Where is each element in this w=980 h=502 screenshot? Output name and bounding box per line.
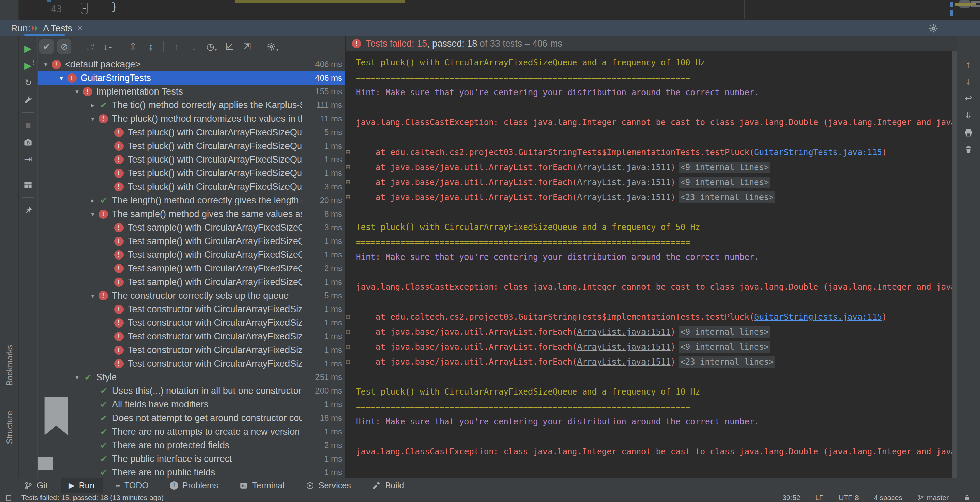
stack-trace-link[interactable]: ArrayList.java:1511 — [577, 327, 671, 337]
panel-settings-gear-icon[interactable] — [928, 23, 939, 33]
scroll-to-end-button[interactable]: ⇩ — [961, 108, 975, 122]
clear-console-button[interactable] — [961, 142, 975, 156]
test-tree-row[interactable]: !Test pluck() with CircularArrayFixedSiz… — [38, 166, 345, 180]
test-tree-row[interactable]: !Test constructor with CircularArrayFixe… — [38, 330, 345, 343]
test-tree-row[interactable]: ✔The public interface is correct1 ms — [38, 452, 345, 465]
test-tree-row[interactable]: ✔Does not attempt to get around construc… — [38, 411, 345, 425]
test-tree-row[interactable]: ✔All fields have modifiers1 ms — [38, 397, 345, 411]
stack-trace-link[interactable]: GuitarStringTests.java:115 — [754, 312, 882, 322]
stop-button[interactable]: ■ — [21, 118, 35, 132]
test-options-gear-button[interactable]: ▾ — [266, 40, 280, 54]
internal-lines-badge[interactable]: <23 internal lines> — [679, 356, 775, 368]
rerun-tests-button[interactable]: ▶ — [21, 41, 35, 56]
export-test-results-button[interactable]: ⇱ — [240, 40, 254, 54]
caret-position-widget[interactable]: 39:52 — [782, 494, 800, 502]
test-tree-row[interactable]: ✔There are no public fields1 ms — [38, 465, 345, 478]
expand-all-button[interactable]: ⇳ — [126, 40, 140, 54]
todo-toolwindow-button[interactable]: ≡TODO — [108, 478, 157, 493]
test-tree-row[interactable]: !Test pluck() with CircularArrayFixedSiz… — [38, 139, 345, 153]
test-runner-settings-button[interactable] — [21, 92, 35, 107]
stack-trace-link[interactable]: ArrayList.java:1511 — [577, 192, 671, 202]
hide-panel-button[interactable]: — — [950, 23, 960, 33]
git-toolwindow-button[interactable]: Git — [16, 478, 56, 493]
test-tree-row[interactable]: ▸✔The length() method correctly gives th… — [38, 194, 345, 207]
test-tree-row[interactable]: ▾!The constructor correctly sets up the … — [38, 289, 345, 302]
previous-failed-test-button[interactable]: ↑ — [169, 40, 183, 54]
test-tree-row[interactable]: ▸✔The tic() method correctly applies the… — [38, 98, 345, 112]
test-tree-row[interactable]: ▾!The sample() method gives the same val… — [38, 207, 345, 221]
attach-process-button[interactable]: ⇥ — [21, 152, 35, 166]
test-tree-row[interactable]: !Test sample() with CircularArrayFixedSi… — [38, 262, 345, 275]
tree-expand-toggle[interactable]: ▾ — [55, 74, 67, 82]
test-tree-row[interactable]: !Test sample() with CircularArrayFixedSi… — [38, 221, 345, 234]
fold-icon[interactable]: ⊞ — [346, 327, 350, 336]
tree-expand-toggle[interactable]: ▾ — [86, 210, 99, 218]
bookmarks-stripe-button[interactable]: Bookmarks — [5, 345, 14, 399]
soft-wrap-button[interactable]: ↩ — [961, 91, 975, 105]
error-stripe-tick[interactable] — [950, 10, 953, 16]
fold-icon[interactable]: ⊞ — [346, 312, 350, 321]
tree-expand-toggle[interactable]: ▾ — [86, 115, 99, 123]
test-tree-row[interactable]: !Test sample() with CircularArrayFixedSi… — [38, 275, 345, 289]
next-occurrence-button[interactable]: ↓ — [961, 74, 975, 89]
rerun-failed-tests-button[interactable]: ▶! — [21, 59, 35, 73]
fold-icon[interactable]: ⊞ — [346, 178, 350, 186]
internal-lines-badge[interactable]: <23 internal lines> — [679, 191, 775, 203]
dump-threads-button[interactable] — [21, 135, 35, 149]
test-tree-row[interactable]: ▾!GuitarStringTests406 ms — [38, 71, 345, 85]
build-toolwindow-button[interactable]: Build — [364, 478, 412, 493]
structure-stripe-button[interactable]: Structure — [5, 411, 14, 458]
test-tree-row[interactable]: !Test pluck() with CircularArrayFixedSiz… — [38, 153, 345, 166]
fold-icon[interactable]: ⊞ — [346, 148, 350, 156]
prev-occurrence-button[interactable]: ↑ — [961, 57, 975, 71]
test-tree[interactable]: ▾!<default package>406 ms▾!GuitarStringT… — [38, 57, 345, 478]
show-passed-toggle[interactable]: ✔ — [40, 40, 54, 54]
window-icon[interactable] — [5, 494, 13, 501]
test-tree-row[interactable]: !Test pluck() with CircularArrayFixedSiz… — [38, 180, 345, 194]
git-branch-widget[interactable]: master — [917, 494, 949, 502]
line-separator-widget[interactable]: LF — [815, 494, 824, 502]
console-scrollbar[interactable] — [953, 51, 957, 478]
tree-expand-toggle[interactable]: ▾ — [71, 373, 83, 381]
internal-lines-badge[interactable]: <9 internal lines> — [679, 326, 770, 338]
test-tree-row[interactable]: !Test sample() with CircularArrayFixedSi… — [38, 234, 345, 248]
test-tree-row[interactable]: !Test pluck() with CircularArrayFixedSiz… — [38, 126, 345, 139]
next-failed-test-button[interactable]: ↓ — [187, 40, 201, 54]
test-tree-row[interactable]: ✔There are no attempts to create a new v… — [38, 425, 345, 438]
fold-marker-icon[interactable]: − — [81, 3, 88, 14]
sort-alphabetically-button[interactable]: ↓az — [83, 40, 97, 54]
test-tree-row[interactable]: ▾✔Style251 ms — [38, 370, 345, 384]
pin-tab-button[interactable] — [21, 203, 35, 217]
toggle-auto-test-button[interactable]: ↻ — [21, 76, 35, 90]
tree-expand-toggle[interactable]: ▸ — [86, 197, 99, 204]
sort-by-duration-button[interactable]: ↓≡ — [100, 40, 115, 54]
test-tree-row[interactable]: ▾!<default package>406 ms — [38, 57, 345, 71]
stack-trace-link[interactable]: GuitarStringTests.java:115 — [754, 148, 882, 157]
stack-trace-link[interactable]: ArrayList.java:1511 — [577, 162, 671, 172]
run-toolwindow-button[interactable]: ▶Run — [60, 478, 103, 493]
fold-icon[interactable]: ⊞ — [346, 192, 350, 201]
test-tree-row[interactable]: !Test constructor with CircularArrayFixe… — [38, 316, 345, 330]
readonly-lock-widget[interactable] — [964, 494, 970, 501]
services-toolwindow-button[interactable]: Services — [298, 478, 360, 493]
test-console[interactable]: !Tests failed: 15, passed: 18 of 33 test… — [345, 36, 957, 478]
tree-expand-toggle[interactable]: ▸ — [86, 102, 99, 109]
test-tree-row[interactable]: !Test constructor with CircularArrayFixe… — [38, 302, 345, 316]
editor-strip[interactable]: 43 − } — [19, 0, 980, 21]
fold-icon[interactable]: ⊞ — [346, 162, 350, 172]
close-tab-icon[interactable]: × — [77, 23, 83, 34]
test-tree-row[interactable]: ✔There are no protected fields2 ms — [38, 438, 345, 452]
indent-widget[interactable]: 4 spaces — [874, 494, 902, 502]
test-tree-row[interactable]: ✔Uses this(...) notation in all but one … — [38, 384, 345, 397]
stack-trace-link[interactable]: ArrayList.java:1511 — [577, 342, 671, 352]
terminal-toolwindow-button[interactable]: Terminal — [231, 478, 292, 493]
fold-icon[interactable]: ⊞ — [346, 357, 350, 366]
collapse-all-button[interactable]: ↨ — [143, 40, 158, 54]
test-tree-row[interactable]: ▾!Implementation Tests155 ms — [38, 85, 345, 98]
test-tree-row[interactable]: !Test constructor with CircularArrayFixe… — [38, 357, 345, 370]
print-button[interactable] — [961, 125, 975, 140]
tree-expand-toggle[interactable]: ▾ — [71, 88, 83, 95]
stack-trace-link[interactable]: ArrayList.java:1511 — [577, 178, 671, 187]
tree-expand-toggle[interactable]: ▾ — [40, 60, 52, 68]
internal-lines-badge[interactable]: <9 internal lines> — [679, 341, 770, 353]
